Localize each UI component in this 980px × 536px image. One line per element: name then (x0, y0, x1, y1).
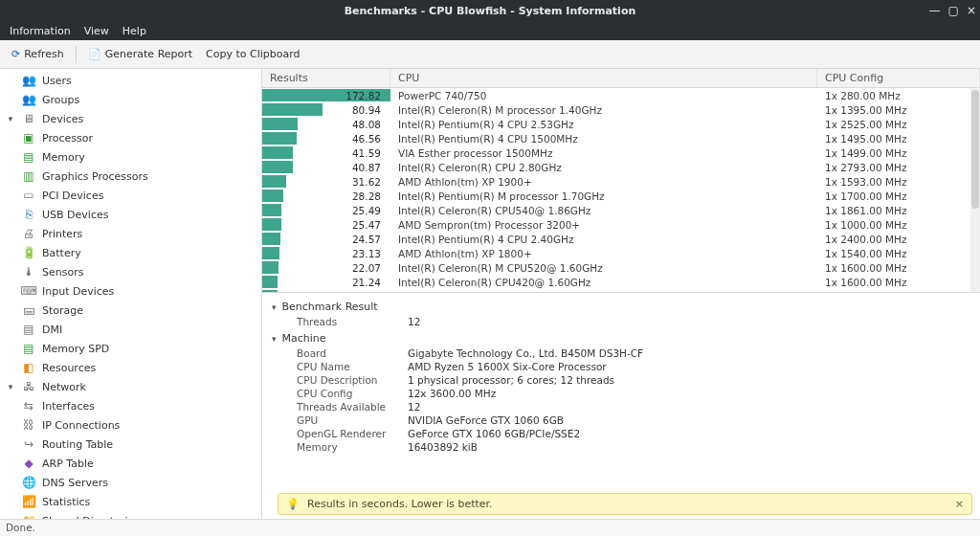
sidebar-item[interactable]: 🌡Sensors (0, 262, 261, 281)
menu-help[interactable]: Help (122, 25, 146, 37)
table-row[interactable]: 31.62AMD Athlon(tm) XP 1900+1x 1593.00 M… (262, 174, 980, 189)
table-body[interactable]: 172.82PowerPC 740/7501x 280.00 MHz80.94I… (262, 88, 980, 293)
item-icon: 🌡 (21, 264, 36, 279)
sidebar-item[interactable]: 🔋Battery (0, 243, 261, 262)
result-value: 80.94 (352, 104, 383, 116)
sidebar-item[interactable]: 📶Statistics (0, 492, 261, 511)
refresh-button[interactable]: ⟳ Refresh (6, 45, 70, 63)
sidebar-item[interactable]: 👥Users (0, 71, 261, 90)
result-bar (262, 132, 297, 145)
item-icon: ◧ (21, 360, 36, 375)
result-bar (262, 218, 281, 231)
cell-config: 1x 1499.00 MHz (817, 147, 980, 159)
sidebar-item[interactable]: ▭PCI Devices (0, 186, 261, 205)
detail-row: BoardGigabyte Technology Co., Ltd. B450M… (272, 346, 970, 360)
info-text: Results in seconds. Lower is better. (307, 498, 493, 510)
menu-view[interactable]: View (84, 25, 109, 37)
cell-cpu: Intel(R) Celeron(R) CPU540@ 1.86GHz (390, 205, 817, 216)
sidebar-item[interactable]: ↪Routing Table (0, 435, 261, 454)
scrollbar-thumb[interactable] (971, 90, 979, 209)
detail-key: Board (297, 347, 408, 359)
table-row[interactable]: 41.59VIA Esther processor 1500MHz1x 1499… (262, 145, 980, 160)
table-row[interactable]: 28.28Intel(R) Pentium(R) M processor 1.7… (262, 189, 980, 203)
item-icon: ▤ (21, 322, 36, 337)
table-row[interactable]: 172.82PowerPC 740/7501x 280.00 MHz (262, 88, 980, 102)
detail-value: 12 (408, 316, 970, 327)
minimize-button[interactable]: — (929, 4, 941, 17)
sidebar-item[interactable]: 🖴Storage (0, 301, 261, 320)
table-row[interactable]: 40.87Intel(R) Celeron(R) CPU 2.80GHz1x 2… (262, 160, 980, 174)
sidebar-category[interactable]: ▾🖥Devices (0, 109, 261, 128)
cell-results: 48.08 (262, 117, 390, 131)
sidebar-item[interactable]: 🖨Printers (0, 224, 261, 243)
sidebar-item[interactable]: ⎘USB Devices (0, 205, 261, 224)
detail-key: GPU (297, 414, 408, 426)
cell-cpu: Intel(R) Pentium(R) 4 CPU 2.53GHz (390, 119, 817, 130)
window-title: Benchmarks - CPU Blowfish - System Infor… (345, 5, 636, 17)
close-button[interactable]: × (967, 4, 976, 17)
table-row[interactable]: 24.57Intel(R) Pentium(R) 4 CPU 2.40GHz1x… (262, 232, 980, 246)
item-icon: ⇆ (21, 398, 36, 413)
sidebar-item[interactable]: ⇆Interfaces (0, 396, 261, 415)
sidebar-item[interactable]: ⛓IP Connections (0, 415, 261, 435)
sidebar-item[interactable]: ◧Resources (0, 358, 261, 377)
result-bar (262, 247, 279, 259)
item-icon: ▭ (21, 188, 36, 203)
info-close-button[interactable]: × (955, 498, 964, 510)
detail-value: Gigabyte Technology Co., Ltd. B450M DS3H… (408, 347, 970, 359)
item-label: DNS Servers (42, 477, 108, 489)
col-results[interactable]: Results (262, 69, 390, 87)
copy-to-clipboard-button[interactable]: Copy to Clipboard (200, 45, 305, 63)
generate-report-button[interactable]: 📄 Generate Report (82, 45, 198, 63)
report-icon: 📄 (88, 48, 101, 60)
result-bar (262, 146, 293, 159)
item-label: Printers (42, 228, 82, 240)
detail-key: Threads (297, 316, 408, 327)
maximize-button[interactable]: ▢ (948, 4, 959, 17)
table-row[interactable]: 25.49Intel(R) Celeron(R) CPU540@ 1.86GHz… (262, 203, 980, 217)
item-label: Sensors (42, 266, 83, 279)
detail-value: 12x 3600.00 MHz (408, 388, 970, 399)
item-label: Graphics Processors (42, 170, 148, 183)
item-icon: 🖴 (21, 302, 36, 318)
sidebar-item[interactable]: ▤DMI (0, 320, 261, 339)
item-icon: ▣ (21, 130, 36, 145)
detail-value: 16403892 kiB (408, 441, 970, 453)
group-label: Machine (282, 332, 326, 345)
sidebar-item[interactable]: 🌐DNS Servers (0, 473, 261, 492)
detail-group-header[interactable]: ▾Machine (272, 330, 970, 346)
table-row[interactable]: 46.56Intel(R) Pentium(R) 4 CPU 1500MHz1x… (262, 131, 980, 145)
item-label: Routing Table (42, 438, 113, 451)
table-row[interactable]: 48.08Intel(R) Pentium(R) 4 CPU 2.53GHz1x… (262, 117, 980, 131)
cell-cpu: AMD Athlon(tm) XP 1800+ (390, 248, 817, 259)
sidebar-category[interactable]: ▾🖧Network (0, 377, 261, 396)
table-row[interactable]: 23.13AMD Athlon(tm) XP 1800+1x 1540.00 M… (262, 246, 980, 260)
scrollbar[interactable] (970, 88, 980, 293)
menu-information[interactable]: Information (10, 25, 71, 37)
detail-pane[interactable]: ▾Benchmark ResultThreads12▾MachineBoardG… (262, 293, 980, 519)
detail-group-header[interactable]: ▾Benchmark Result (272, 299, 970, 315)
sidebar-item[interactable]: ◆ARP Table (0, 454, 261, 473)
sidebar-item[interactable]: ▣Processor (0, 128, 261, 147)
table-row[interactable]: 80.94Intel(R) Celeron(R) M processor 1.4… (262, 102, 980, 117)
sidebar-item[interactable]: ▥Graphics Processors (0, 167, 261, 186)
col-config[interactable]: CPU Config (817, 69, 980, 87)
cell-results: 28.28 (262, 189, 390, 203)
cell-config: 1x 1700.00 MHz (817, 190, 980, 202)
table-row[interactable]: 25.47AMD Sempron(tm) Processor 3200+1x 1… (262, 217, 980, 232)
sidebar-item[interactable]: ▤Memory SPD (0, 339, 261, 358)
sidebar-item[interactable]: 📁Shared Directories (0, 511, 261, 519)
refresh-icon: ⟳ (11, 48, 20, 60)
titlebar: Benchmarks - CPU Blowfish - System Infor… (0, 0, 980, 21)
item-label: Storage (42, 304, 83, 317)
table-row[interactable]: 22.07Intel(R) Celeron(R) M CPU520@ 1.60G… (262, 260, 980, 275)
col-cpu[interactable]: CPU (390, 69, 817, 87)
result-value: 48.08 (352, 119, 383, 130)
table-row[interactable]: 21.24Intel(R) Celeron(R) CPU420@ 1.60GHz… (262, 275, 980, 289)
sidebar-item[interactable]: 👥Groups (0, 90, 261, 109)
sidebar-item[interactable]: ▤Memory (0, 147, 261, 167)
sidebar[interactable]: 👥Users👥Groups▾🖥Devices▣Processor▤Memory▥… (0, 69, 262, 519)
cell-config: 1x 1495.00 MHz (817, 133, 980, 145)
item-icon: 👥 (21, 92, 36, 107)
sidebar-item[interactable]: ⌨Input Devices (0, 281, 261, 301)
